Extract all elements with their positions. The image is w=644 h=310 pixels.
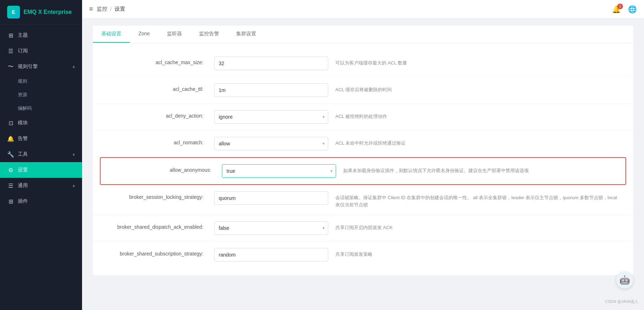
broker-session-locking-strategy-input[interactable] — [214, 191, 328, 205]
list-icon: ☰ — [7, 47, 14, 55]
setting-description: 共享订阅开启内部派发 ACK — [335, 221, 619, 231]
sidebar-sub-label: 资源 — [18, 92, 27, 98]
setting-control — [214, 248, 328, 262]
grid-icon: ⊞ — [7, 32, 14, 39]
sidebar-item-chajian[interactable]: ⊞ 插件 — [0, 193, 82, 209]
sidebar-item-label: 主题 — [18, 32, 28, 38]
breadcrumb-parent: 监控 — [97, 6, 107, 12]
settings-form: acl_cache_max_size: 可以为客户端缓存最大的 ACL 数量 a… — [93, 43, 633, 275]
setting-label: acl_cache_max_size: — [107, 57, 207, 65]
setting-description: ACL 被拒绝时的处理动作 — [335, 110, 619, 120]
setting-control — [214, 191, 328, 205]
setting-row-acl-nomatch: acl_nomatch: allow deny ▾ ACL 未命中时允许或拒绝通… — [93, 130, 633, 157]
float-bot-button[interactable]: 🤖 — [616, 272, 633, 289]
setting-control — [214, 57, 328, 70]
sidebar-item-ziyuan[interactable]: 资源 — [0, 88, 82, 102]
notification-button[interactable]: 🔔 1 — [612, 5, 621, 14]
topbar: ≡ 监控 / 设置 🔔 1 🌐 — [82, 0, 644, 19]
chevron-up-icon2: ∧ — [72, 184, 75, 188]
setting-row-acl-cache-max-size: acl_cache_max_size: 可以为客户端缓存最大的 ACL 数量 — [93, 50, 633, 77]
broker-shared-subscription-strategy-input[interactable] — [214, 248, 328, 262]
sidebar-item-label: 插件 — [18, 198, 28, 205]
setting-row-broker-session-locking-strategy: broker_session_locking_strategy: 会话锁策略。保… — [93, 185, 633, 215]
watermark: CSDN @JAVA道人 — [605, 299, 638, 304]
logo-icon: E — [7, 6, 20, 19]
tab-basic[interactable]: 基础设置 — [93, 26, 130, 43]
setting-label: allow_anonymous: — [115, 164, 215, 173]
setting-control: true false ▾ — [222, 164, 336, 178]
sidebar-item-rule-engine[interactable]: 〜 规则引擎 ∧ — [0, 59, 82, 74]
tool-icon: 🔧 — [7, 151, 14, 158]
settings-icon: ⚙ — [7, 166, 14, 174]
setting-label: acl_deny_action: — [107, 110, 207, 119]
broker-shared-dispatch-ack-enabled-select[interactable]: false true — [214, 221, 328, 235]
acl-nomatch-select[interactable]: allow deny — [214, 137, 328, 150]
topbar-right: 🔔 1 🌐 — [612, 5, 637, 14]
setting-row-broker-shared-dispatch-ack-enabled: broker_shared_dispatch_ack_enabled: fals… — [93, 215, 633, 242]
content-area: 基础设置 Zone 监听器 监控告警 集群设置 acl_cache_max_si… — [82, 19, 644, 310]
sidebar: E EMQ X Enterprise ⊞ 主题 ☰ 订阅 〜 规则引擎 ∧ 规则… — [0, 0, 82, 310]
sidebar-item-shezhi[interactable]: ⚙ 设置 — [0, 162, 82, 178]
tab-cluster[interactable]: 集群设置 — [228, 26, 265, 43]
sidebar-item-label: 模块 — [18, 120, 28, 126]
sidebar-item-gongju[interactable]: 🔧 工具 ∨ — [0, 146, 82, 162]
setting-control: ignore disconnect ▾ — [214, 110, 328, 124]
wave-icon: 〜 — [7, 63, 14, 70]
setting-label: broker_shared_subscription_strategy: — [107, 248, 207, 257]
sidebar-item-label: 通用 — [18, 182, 28, 189]
allow-anonymous-select[interactable]: true false — [222, 164, 336, 178]
sidebar-sub-label: 规则 — [18, 78, 27, 84]
setting-description: 如果未加载身份验证插件，则默认情况下允许匿名身份验证。建议在生产部署中禁用该选项 — [343, 164, 611, 174]
bell-icon: 🔔 — [7, 135, 14, 142]
sidebar-item-tongyong[interactable]: ☰ 通用 ∧ — [0, 178, 82, 193]
sidebar-item-guize[interactable]: 规则 — [0, 74, 82, 88]
sidebar-item-dingyue[interactable]: ☰ 订阅 — [0, 43, 82, 59]
breadcrumb-current: 设置 — [115, 6, 125, 12]
setting-row-broker-shared-subscription-strategy: broker_shared_subscription_strategy: 共享订… — [93, 242, 633, 268]
sidebar-item-label: 工具 — [18, 151, 28, 157]
breadcrumb-separator: / — [110, 6, 112, 12]
sidebar-item-label: 规则引擎 — [18, 63, 38, 70]
setting-description: 会话锁策略。保证集群中 Client ID 在集群中的创建会话的唯一性。 all… — [335, 191, 619, 208]
select-wrapper: allow deny ▾ — [214, 137, 328, 150]
sidebar-logo: E EMQ X Enterprise — [0, 0, 82, 25]
chevron-up-icon: ∧ — [72, 65, 75, 69]
setting-label: acl_nomatch: — [107, 137, 207, 145]
sidebar-item-bianmama[interactable]: 编解码 — [0, 102, 82, 115]
tab-zone[interactable]: Zone — [130, 26, 158, 43]
setting-description: 可以为客户端缓存最大的 ACL 数量 — [335, 57, 619, 67]
setting-control — [214, 83, 328, 97]
sidebar-item-zhuti[interactable]: ⊞ 主题 — [0, 27, 82, 43]
select-wrapper: false true ▾ — [214, 221, 328, 235]
setting-label: broker_shared_dispatch_ack_enabled: — [107, 221, 207, 230]
sidebar-item-label: 设置 — [18, 167, 28, 173]
setting-row-acl-deny-action: acl_deny_action: ignore disconnect ▾ ACL… — [93, 104, 633, 130]
logo-text: EMQ X Enterprise — [24, 9, 72, 15]
sidebar-item-jingjing[interactable]: 🔔 告警 — [0, 131, 82, 146]
select-wrapper: true false ▾ — [222, 164, 336, 178]
notification-badge: 1 — [617, 4, 623, 9]
chevron-down-icon: ∨ — [72, 153, 75, 156]
language-button[interactable]: 🌐 — [628, 5, 637, 14]
module-icon: ⊡ — [7, 119, 14, 126]
acl-deny-action-select[interactable]: ignore disconnect — [214, 110, 328, 124]
setting-description: 共享订阅派发策略 — [335, 248, 619, 258]
main-area: ≡ 监控 / 设置 🔔 1 🌐 基础设置 Zone 监听器 监控告警 集群设置 — [82, 0, 644, 310]
breadcrumb: 监控 / 设置 — [97, 6, 125, 12]
sidebar-nav: ⊞ 主题 ☰ 订阅 〜 规则引擎 ∧ 规则 资源 编解码 ⊡ 模块 🔔 — [0, 25, 82, 310]
select-wrapper: ignore disconnect ▾ — [214, 110, 328, 124]
sidebar-item-label: 告警 — [18, 135, 28, 142]
setting-description: ACL 未命中时允许或拒绝通过验证 — [335, 137, 619, 147]
setting-description: ACL 缓存后将被删除的时间 — [335, 83, 619, 93]
setting-label: acl_cache_ttl: — [107, 83, 207, 92]
tab-monitor[interactable]: 监控告警 — [191, 26, 228, 43]
tab-listener[interactable]: 监听器 — [158, 26, 191, 43]
topbar-left: ≡ 监控 / 设置 — [89, 5, 125, 13]
setting-control: allow deny ▾ — [214, 137, 328, 150]
general-icon: ☰ — [7, 182, 14, 189]
acl-cache-ttl-input[interactable] — [214, 83, 328, 97]
hamburger-icon[interactable]: ≡ — [89, 5, 93, 13]
sidebar-item-label: 订阅 — [18, 48, 28, 54]
sidebar-item-mokuai[interactable]: ⊡ 模块 — [0, 115, 82, 131]
acl-cache-max-size-input[interactable] — [214, 57, 328, 70]
